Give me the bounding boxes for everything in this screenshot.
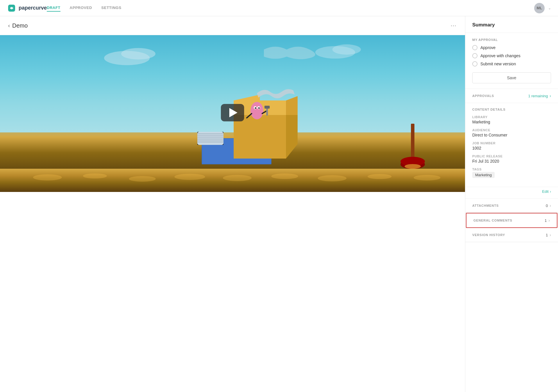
nav-right: ML ⌄: [534, 3, 551, 13]
detail-library: LIBRARY Marketing: [472, 115, 551, 124]
play-button[interactable]: [221, 104, 244, 121]
public-release-value: Fri Jul 31 2020: [472, 159, 551, 163]
svg-point-42: [368, 174, 391, 179]
general-comments-row[interactable]: GENERAL COMMENTS 1 ›: [466, 213, 557, 228]
detail-job-number: JOB NUMBER 1002: [472, 141, 551, 150]
svg-rect-28: [264, 106, 270, 109]
main-layout: ‹ Demo ⋯: [0, 16, 558, 392]
submit-new-version-radio[interactable]: [472, 61, 477, 66]
frame-ornaments: [0, 169, 465, 192]
version-history-count: 1: [546, 233, 548, 237]
general-comments-count: 1: [545, 218, 547, 223]
edit-chevron-icon: ›: [550, 189, 551, 194]
svg-point-23: [255, 107, 256, 109]
audience-key: AUDIENCE: [472, 128, 551, 132]
nav-tabs: DRAFT APPROVED SETTINGS: [47, 4, 534, 12]
approve-option[interactable]: Approve: [472, 45, 551, 50]
left-content: ‹ Demo ⋯: [0, 16, 465, 392]
audience-value: Direct to Consumer: [472, 133, 551, 137]
general-comments-label: GENERAL COMMENTS: [473, 219, 512, 222]
avatar[interactable]: ML: [534, 3, 545, 13]
back-button[interactable]: ‹ Demo: [8, 22, 28, 29]
edit-button[interactable]: Edit ›: [542, 189, 551, 194]
svg-point-39: [223, 175, 251, 181]
svg-point-41: [318, 175, 346, 181]
cartoon-scene: [196, 80, 318, 170]
logo[interactable]: papercurve: [7, 3, 47, 13]
job-number-key: JOB NUMBER: [472, 141, 551, 145]
svg-point-38: [175, 174, 205, 180]
library-key: LIBRARY: [472, 115, 551, 119]
tags-key: TAGS: [472, 168, 551, 171]
svg-marker-16: [234, 115, 286, 159]
version-history-label: VERSION HISTORY: [472, 233, 505, 237]
attachments-chevron-icon: ›: [550, 203, 551, 208]
svg-point-40: [271, 174, 298, 179]
logo-text: papercurve: [19, 5, 47, 11]
version-history-row[interactable]: VERSION HISTORY 1 ›: [465, 228, 558, 242]
svg-rect-33: [408, 165, 417, 168]
page-title: Demo: [12, 22, 28, 29]
attachments-count: 0: [546, 204, 548, 208]
attachments-row[interactable]: ATTACHMENTS 0 ›: [465, 199, 558, 213]
content-details-label: CONTENT DETAILS: [472, 108, 551, 111]
plunger: [398, 118, 427, 170]
submit-new-version-label: Submit new version: [480, 62, 516, 66]
tab-approved[interactable]: APPROVED: [70, 4, 92, 12]
svg-point-4: [332, 44, 361, 55]
approvals-count: 1 remaining: [528, 94, 548, 98]
job-number-value: 1002: [472, 146, 551, 150]
svg-point-37: [129, 176, 155, 181]
svg-point-24: [258, 107, 260, 109]
approve-radio[interactable]: [472, 45, 477, 50]
library-value: Marketing: [472, 120, 551, 124]
svg-marker-17: [286, 115, 298, 159]
approve-changes-label: Approve with changes: [480, 53, 521, 58]
video-thumbnail: [0, 35, 465, 192]
version-history-chevron-icon: ›: [550, 233, 551, 237]
detail-tags: TAGS Marketing: [472, 168, 551, 178]
tag-marketing: Marketing: [472, 172, 495, 178]
my-approval-label: MY APPROVAL: [472, 38, 551, 42]
attachments-label: ATTACHMENTS: [472, 204, 499, 207]
video-area[interactable]: [0, 35, 465, 192]
approvals-label: APPROVALS: [472, 94, 494, 98]
approve-label: Approve: [480, 45, 496, 50]
svg-point-36: [83, 174, 107, 178]
approvals-right: 1 remaining ›: [528, 93, 551, 98]
svg-marker-19: [286, 96, 298, 115]
svg-point-43: [414, 175, 440, 180]
detail-audience: AUDIENCE Direct to Consumer: [472, 128, 551, 137]
title-bar: ‹ Demo ⋯: [0, 16, 465, 35]
detail-public-release: PUBLIC RELEASE Fri Jul 31 2020: [472, 154, 551, 163]
svg-point-35: [33, 175, 62, 180]
edit-label: Edit: [542, 189, 548, 194]
more-options-button[interactable]: ⋯: [450, 22, 457, 29]
approve-changes-radio[interactable]: [472, 53, 477, 58]
user-menu-chevron[interactable]: ⌄: [548, 6, 551, 10]
tab-draft[interactable]: DRAFT: [47, 4, 60, 12]
content-details-section: CONTENT DETAILS LIBRARY Marketing AUDIEN…: [465, 103, 558, 187]
approvals-row[interactable]: APPROVALS 1 remaining ›: [465, 89, 558, 103]
tab-settings[interactable]: SETTINGS: [101, 4, 121, 12]
public-release-key: PUBLIC RELEASE: [472, 154, 551, 158]
svg-rect-29: [411, 124, 414, 161]
general-comments-right: 1 ›: [545, 218, 550, 223]
approve-changes-option[interactable]: Approve with changes: [472, 53, 551, 58]
top-nav: papercurve DRAFT APPROVED SETTINGS ML ⌄: [0, 0, 558, 16]
right-sidebar: Summary MY APPROVAL Approve Approve with…: [465, 16, 558, 392]
general-comments-chevron-icon: ›: [548, 218, 550, 223]
svg-point-2: [121, 48, 155, 60]
gold-frame: [0, 169, 465, 192]
save-button[interactable]: Save: [472, 72, 551, 83]
version-history-right: 1 ›: [546, 233, 551, 237]
play-icon: [229, 108, 237, 117]
edit-row: Edit ›: [465, 187, 558, 199]
back-arrow-icon: ‹: [8, 23, 10, 29]
approvals-chevron-icon: ›: [550, 93, 551, 98]
submit-new-version-option[interactable]: Submit new version: [472, 61, 551, 66]
summary-header: Summary: [465, 16, 558, 33]
logo-icon: [7, 3, 16, 13]
attachments-right: 0 ›: [546, 203, 551, 208]
svg-point-20: [251, 102, 263, 119]
